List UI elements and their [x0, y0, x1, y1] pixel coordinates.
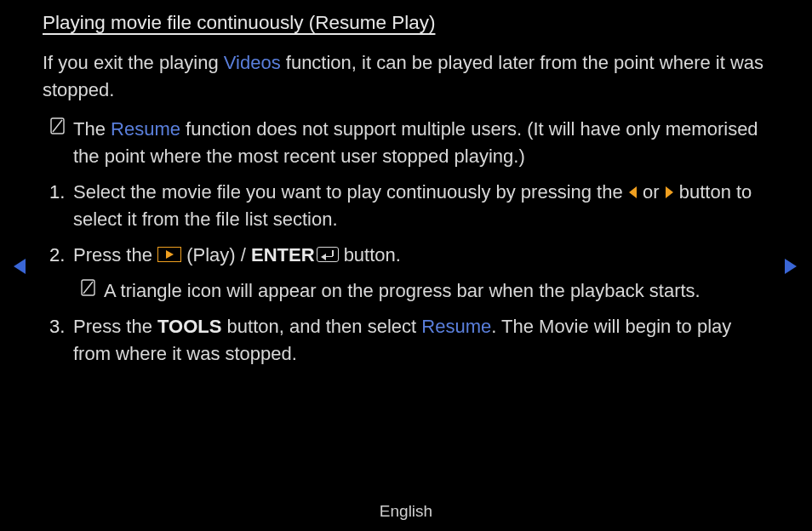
- note-pre: The: [73, 118, 111, 140]
- play-icon: [157, 247, 181, 262]
- step-1: 1. Select the movie file you want to pla…: [49, 179, 769, 234]
- resume-highlight-2: Resume: [421, 316, 491, 337]
- note-row: The Resume function does not support mul…: [49, 116, 769, 170]
- language-label: English: [0, 502, 812, 521]
- resume-highlight-1: Resume: [111, 118, 180, 140]
- videos-highlight: Videos: [224, 52, 281, 73]
- svg-marker-3: [666, 186, 673, 198]
- svg-line-5: [83, 282, 93, 294]
- step-2-a: Press the: [73, 244, 157, 266]
- step-2-tail: button.: [339, 244, 401, 266]
- intro-pre: If you exit the playing: [43, 52, 224, 73]
- step-3-b: button, and then select: [221, 316, 421, 337]
- svg-marker-2: [629, 186, 637, 198]
- step-3-a: Press the: [73, 316, 157, 337]
- intro-text: If you exit the playing Videos function,…: [43, 49, 769, 104]
- step-2-number: 2.: [49, 242, 73, 269]
- step-3-number: 3.: [49, 313, 73, 340]
- svg-marker-6: [14, 259, 26, 274]
- right-arrow-icon: [665, 180, 674, 207]
- step-2-note-text: A triangle icon will appear on the progr…: [104, 277, 769, 305]
- step-3: 3. Press the TOOLS button, and then sele…: [49, 313, 769, 368]
- step-1-a: Select the movie file you want to play c…: [73, 181, 628, 203]
- enter-icon: [317, 247, 339, 262]
- tools-label: TOOLS: [157, 316, 221, 337]
- enter-label: ENTER: [251, 244, 315, 266]
- step-2-note: A triangle icon will appear on the progr…: [80, 277, 769, 305]
- note-icon: [80, 277, 104, 298]
- page-title: Playing movie file continuously (Resume …: [43, 12, 769, 34]
- step-1-number: 1.: [49, 179, 73, 206]
- note-icon: [49, 116, 73, 136]
- left-arrow-icon: [628, 180, 638, 207]
- svg-line-1: [53, 120, 62, 132]
- nav-prev-button[interactable]: [12, 257, 29, 279]
- step-2-play: (Play) /: [181, 244, 251, 266]
- nav-next-button[interactable]: [783, 257, 800, 279]
- svg-marker-7: [785, 259, 797, 274]
- step-1-b: or: [638, 181, 665, 203]
- step-2: 2. Press the (Play) / ENTER button.: [49, 242, 769, 269]
